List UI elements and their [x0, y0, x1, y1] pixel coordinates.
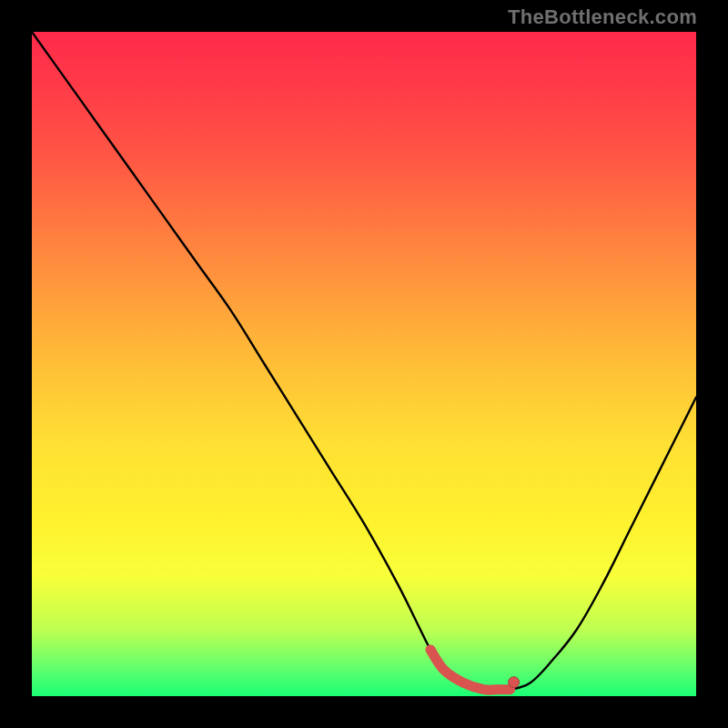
chart-frame: TheBottleneck.com — [0, 0, 728, 728]
valley-marker — [430, 650, 511, 690]
bottleneck-curve — [32, 32, 696, 690]
valley-end-dot — [509, 677, 520, 688]
plot-area — [32, 32, 696, 696]
plot-svg — [32, 32, 696, 696]
watermark-text: TheBottleneck.com — [508, 5, 697, 29]
